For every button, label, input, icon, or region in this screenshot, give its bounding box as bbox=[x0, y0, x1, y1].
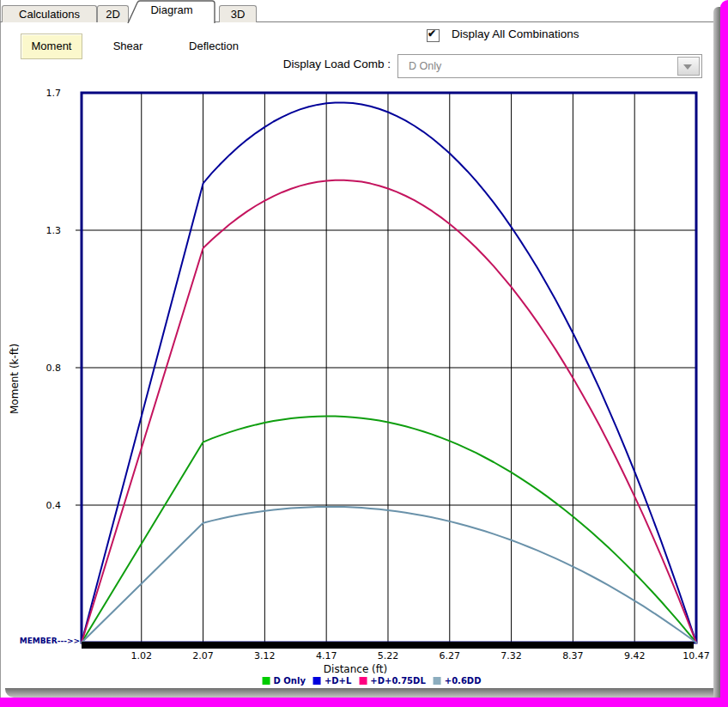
legend-swatch bbox=[434, 677, 441, 685]
moment-diagram-chart: 1.022.073.124.175.226.277.328.379.4210.4… bbox=[0, 0, 728, 696]
legend-label: +0.6DD bbox=[445, 676, 482, 686]
y-tick-label: 0.8 bbox=[46, 363, 62, 374]
series-curve bbox=[82, 102, 696, 643]
x-tick-label: 7.32 bbox=[500, 650, 522, 661]
legend-label: +D+L bbox=[325, 676, 351, 686]
x-tick-label: 3.12 bbox=[254, 650, 276, 661]
window-frame-bottom bbox=[0, 698, 728, 707]
dropdown-arrow-button[interactable] bbox=[677, 57, 700, 76]
x-tick-label: 9.42 bbox=[624, 650, 646, 661]
shear-button[interactable]: Shear bbox=[101, 39, 155, 54]
legend-label: +D+0.75DL bbox=[370, 676, 425, 686]
series-curve bbox=[82, 507, 696, 643]
y-tick-label: 1.7 bbox=[46, 88, 62, 99]
x-axis-title: Distance (ft) bbox=[270, 663, 441, 675]
member-bar bbox=[82, 642, 694, 649]
load-comb-label: Display Load Comb : bbox=[262, 58, 391, 70]
legend-label: D Only bbox=[274, 676, 306, 686]
legend-swatch bbox=[359, 677, 367, 685]
load-comb-value: D Only bbox=[409, 55, 441, 77]
right-shadow bbox=[713, 7, 720, 698]
diagram-window: Calculations 2D Diagram 3D Moment Shear … bbox=[0, 0, 728, 707]
y-tick-label: 1.3 bbox=[46, 225, 62, 236]
window-frame-right bbox=[720, 0, 728, 707]
legend-item: D Only bbox=[263, 676, 306, 686]
x-tick-label: 10.47 bbox=[682, 650, 710, 661]
x-tick-label: 4.17 bbox=[316, 650, 337, 661]
tab-2d[interactable]: 2D bbox=[97, 5, 129, 22]
tab-3d[interactable]: 3D bbox=[219, 5, 257, 22]
chevron-down-icon bbox=[683, 64, 692, 70]
moment-button[interactable]: Moment bbox=[21, 34, 82, 59]
x-tick-label: 6.27 bbox=[440, 650, 461, 661]
tab-diagram-label: Diagram bbox=[126, 3, 217, 16]
load-comb-dropdown[interactable]: D Only bbox=[397, 54, 702, 78]
x-tick-label: 8.37 bbox=[562, 650, 584, 661]
x-tick-label: 1.02 bbox=[131, 650, 153, 661]
legend-swatch bbox=[313, 677, 321, 685]
series-curve bbox=[82, 180, 696, 643]
deflection-button[interactable]: Deflection bbox=[177, 39, 251, 54]
x-tick-label: 5.22 bbox=[378, 650, 399, 661]
x-tick-label: 2.07 bbox=[192, 650, 214, 661]
series-curve bbox=[82, 417, 696, 643]
legend-item: +D+0.75DL bbox=[359, 676, 425, 686]
y-axis-title: Moment (k-ft) bbox=[9, 344, 21, 414]
checkmark-icon: ✔ bbox=[428, 27, 436, 40]
legend-item: +D+L bbox=[313, 676, 351, 686]
y-tick-label: 0.4 bbox=[46, 500, 62, 511]
legend-item: +0.6DD bbox=[434, 676, 482, 686]
chart-legend: D Only+D+L+D+0.75DL+0.6DD bbox=[263, 676, 482, 686]
display-all-checkbox[interactable]: ✔ bbox=[427, 29, 440, 42]
bottom-shadow bbox=[5, 688, 720, 698]
display-all-label: Display All Combinations bbox=[452, 27, 579, 40]
member-axis-label: MEMBER--->> bbox=[15, 637, 80, 645]
tab-calculations[interactable]: Calculations bbox=[2, 5, 97, 22]
legend-swatch bbox=[263, 677, 270, 685]
tab-diagram[interactable]: Diagram bbox=[126, 0, 217, 23]
